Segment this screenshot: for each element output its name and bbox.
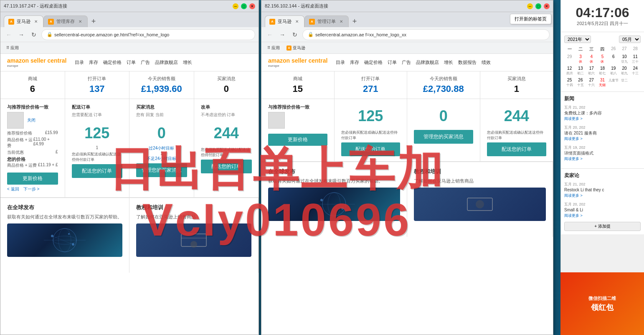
nav2-reports[interactable]: 数据报告 xyxy=(458,59,477,66)
cal-day-26[interactable]: 26十五 xyxy=(575,77,586,88)
close-btn-2[interactable]: ✕ xyxy=(544,3,550,9)
titlebar-2-text: 82.156.102.144 - 远程桌面连接 xyxy=(265,3,527,9)
cal-day-17[interactable]: 17初六 xyxy=(586,65,597,76)
right-panel: 04:17:06 2021年5月22日 四月十一 2021年 05月 一 二 三 xyxy=(560,0,644,335)
nav-brand-1[interactable]: 品牌旗舰店 xyxy=(155,59,178,66)
refresh-btn-2[interactable]: ↻ xyxy=(290,30,300,40)
tab-amazon-1[interactable]: A 亚马逊 ✕ xyxy=(4,15,43,27)
refresh-btn-1[interactable]: ↻ xyxy=(29,30,39,40)
shipping-cta-btn-1[interactable]: 配送您的订单 xyxy=(72,164,123,178)
apps-bookmark-2[interactable]: ⠿ 应用 xyxy=(265,44,282,52)
cal-day-4[interactable]: 4休 xyxy=(586,53,597,65)
global-img-1 xyxy=(7,223,122,257)
global-img-2 xyxy=(268,188,400,221)
titlebar-1: 47.119.167.247 - 远程桌面连接 ─ □ ✕ xyxy=(0,0,259,12)
nav2-performance[interactable]: 绩效 xyxy=(482,59,491,66)
nav2-brand[interactable]: 品牌旗舰店 xyxy=(416,59,439,66)
next-link-1[interactable]: 下一步 > xyxy=(23,186,40,192)
cal-day[interactable]: 28 xyxy=(630,46,641,53)
forum-more-1[interactable]: 阅读更多 > xyxy=(564,213,583,218)
new-tab-btn-1[interactable]: + xyxy=(88,15,99,27)
tab-inventory-1[interactable]: A 管理库存 ✕ xyxy=(43,15,88,27)
tab-close-1-0[interactable]: ✕ xyxy=(33,19,39,25)
bookmarks-bar-2: ⠿ 应用 A 亚马逊 xyxy=(261,42,553,54)
nav-inventory-1[interactable]: 库存 xyxy=(89,59,98,66)
news-more-1[interactable]: 阅读更多 > xyxy=(564,137,583,141)
cal-day-10[interactable]: 10廿九 xyxy=(619,53,629,65)
back-link-1[interactable]: < 返回 xyxy=(7,186,19,192)
amazon-bookmark-2[interactable]: A 亚马逊 xyxy=(284,44,308,52)
nav2-orders[interactable]: 订单 xyxy=(388,59,397,66)
nav2-catalog[interactable]: 目录 xyxy=(336,59,345,66)
cal-day-27[interactable]: 27十六 xyxy=(586,77,597,88)
forum-more-0[interactable]: 阅读更多 > xyxy=(564,193,583,198)
maximize-btn-1[interactable]: □ xyxy=(241,3,247,9)
back-btn-2[interactable]: ← xyxy=(265,30,275,40)
amazon-content-2: amazon seller central europe 目录 库存 确定价格 … xyxy=(261,54,553,335)
cal-day-20[interactable]: 20初九 xyxy=(619,65,629,76)
cal-day-5[interactable]: 5休 xyxy=(597,53,608,65)
nav2-pricing[interactable]: 确定价格 xyxy=(364,59,383,66)
apps-bookmark-1[interactable]: ⠿ 应用 xyxy=(4,44,21,52)
price-row-yourprice-1: 商品价格 + 运费 £11.19 + £ xyxy=(7,162,58,168)
cal-day-31[interactable]: 31无烟 xyxy=(597,77,608,88)
cal-day-25[interactable]: 25十四 xyxy=(564,77,575,88)
stats-row-2: 商城 15 打开订单 271 今天的销售额 £2,730.88 买家消息 1 xyxy=(261,71,553,99)
change-order-cta-btn-2[interactable]: 配送您的订单 xyxy=(487,142,547,156)
back-btn-1[interactable]: ← xyxy=(4,30,14,40)
nav-ads-1[interactable]: 广告 xyxy=(141,59,150,66)
cal-day-19[interactable]: 19初八 xyxy=(608,65,619,76)
cal-day[interactable]: 29 xyxy=(564,53,575,65)
year-select[interactable]: 2021年 xyxy=(564,36,591,43)
forward-btn-1[interactable]: → xyxy=(16,30,26,40)
lock-icon-2: 🔒 xyxy=(308,32,314,37)
nav-catalog-1[interactable]: 目录 xyxy=(75,59,84,66)
cal-day[interactable]: 27 xyxy=(619,46,629,53)
nav-orders-1[interactable]: 订单 xyxy=(127,59,136,66)
nav2-ads[interactable]: 广告 xyxy=(402,59,411,66)
cal-day-24[interactable]: 24十三 xyxy=(630,65,641,76)
cal-day-13[interactable]: 13初二 xyxy=(575,65,586,76)
tabs-bar-1: A 亚马逊 ✕ A 管理库存 ✕ + xyxy=(0,12,259,27)
add-btn[interactable]: + 添加提 xyxy=(564,222,641,231)
news-more-0[interactable]: 阅读更多 > xyxy=(564,117,583,121)
url-input-2[interactable]: 🔒 sellercentral.amazon.ae f=xx_home_logo… xyxy=(302,29,550,40)
new-tab-btn-2[interactable]: + xyxy=(349,15,360,27)
nav2-growth[interactable]: 增长 xyxy=(444,59,453,66)
change-order-cta-btn-1[interactable]: 配送您的订单 xyxy=(201,160,252,173)
minimize-btn-2[interactable]: ─ xyxy=(527,3,533,9)
cal-day-18[interactable]: 18初七 xyxy=(597,65,608,76)
minimize-btn-1[interactable]: ─ xyxy=(233,3,238,9)
cal-day[interactable]: 26 xyxy=(608,46,619,53)
tab-label-2-0: 亚马逊 xyxy=(278,18,292,25)
close-btn-1[interactable]: ✕ xyxy=(249,3,255,9)
cal-day-12[interactable]: 12四月 xyxy=(564,65,575,76)
month-select[interactable]: 05月 xyxy=(619,36,641,43)
shipping-cta-btn-2[interactable]: 配送您的订单 xyxy=(341,142,401,156)
tab-amazon-2[interactable]: A 亚马逊 ✕ xyxy=(265,15,304,27)
wechat-ad: 微信扫描二维 领红包 xyxy=(560,272,644,335)
cal-day-3[interactable]: 3休 xyxy=(575,53,586,65)
nav2-inventory[interactable]: 库存 xyxy=(350,59,359,66)
news-item-2: 五月 19, 202 详情页面描格式 阅读更多 > xyxy=(564,145,641,162)
tab-close-1-1[interactable]: ✕ xyxy=(77,19,83,25)
close-x-1[interactable]: 关闭 xyxy=(27,117,35,123)
desktop: 🖥 远程链接 📝 申诉模板 远程链接 申诉模板 47.119.167.247 -… xyxy=(0,0,644,335)
update-price-btn-2[interactable]: 更新价格 xyxy=(268,134,327,146)
global-card-2: 在全球发布 获取有关如何通过在全球发布来吸引数百万买家的帮助。 xyxy=(261,162,407,237)
cal-day-empty2: 廿二 xyxy=(619,77,629,88)
buyer-msg-cta-btn-2[interactable]: 管理您的买家消息 xyxy=(414,130,473,144)
tab-close-2-0[interactable]: ✕ xyxy=(294,19,300,25)
cal-day-6[interactable]: 6 xyxy=(608,53,619,65)
nav-pricing-1[interactable]: 确定价格 xyxy=(103,59,122,66)
forward-btn-2[interactable]: → xyxy=(277,30,287,40)
url-input-1[interactable]: 🔒 sellercentral-europe.amazon ge.html?re… xyxy=(41,29,255,40)
news-more-2[interactable]: 阅读更多 > xyxy=(564,157,583,161)
maximize-btn-2[interactable]: □ xyxy=(535,3,541,9)
buyer-msg-cta-btn-1[interactable]: 管理您的买家消息 xyxy=(136,163,187,177)
nav-growth-1[interactable]: 增长 xyxy=(183,59,192,66)
tab-close-2-1[interactable]: ✕ xyxy=(338,19,344,25)
cal-day-11[interactable]: 11三十 xyxy=(630,53,641,65)
update-price-btn-1[interactable]: 更新价格 xyxy=(7,173,58,185)
tab-orders-2[interactable]: A 管理订单 ✕ xyxy=(304,15,349,27)
